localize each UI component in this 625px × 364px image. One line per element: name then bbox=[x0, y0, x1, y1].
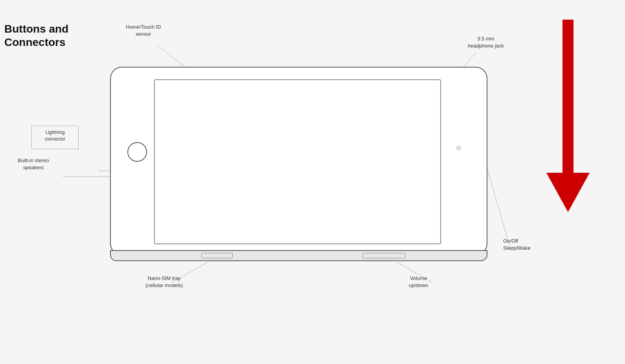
arrow-head bbox=[546, 173, 590, 212]
diagram-container: Lightningconnector Home/Touch IDsensor 3… bbox=[86, 24, 519, 298]
built-in-speakers-label: Built-in stereospeakers bbox=[12, 157, 55, 171]
lightning-connector-label: Lightningconnector bbox=[32, 129, 78, 143]
front-camera bbox=[457, 146, 461, 150]
red-arrow-indicator bbox=[546, 20, 590, 212]
headphone-jack-label: 3.5 mmheadphone jack bbox=[468, 35, 504, 49]
ipad-bottom-bar bbox=[110, 250, 487, 261]
nano-sim-tray-label: Nano-SIM tray(cellular models) bbox=[145, 275, 183, 289]
volume-updown-label: Volumeup/down bbox=[409, 275, 428, 289]
ipad-screen bbox=[154, 79, 441, 244]
speaker-grill-left bbox=[201, 253, 233, 258]
speaker-grill-right bbox=[362, 253, 406, 258]
home-button bbox=[127, 142, 147, 162]
home-touch-label: Home/Touch IDsensor bbox=[126, 24, 161, 38]
on-off-sleep-wake-label: On/OffSleep/Wake bbox=[503, 238, 531, 252]
svg-line-0 bbox=[157, 45, 185, 67]
arrow-shaft bbox=[562, 20, 574, 173]
lightning-connector-box: Lightningconnector bbox=[31, 126, 79, 149]
ipad-body bbox=[110, 67, 487, 255]
svg-line-1 bbox=[464, 53, 476, 67]
